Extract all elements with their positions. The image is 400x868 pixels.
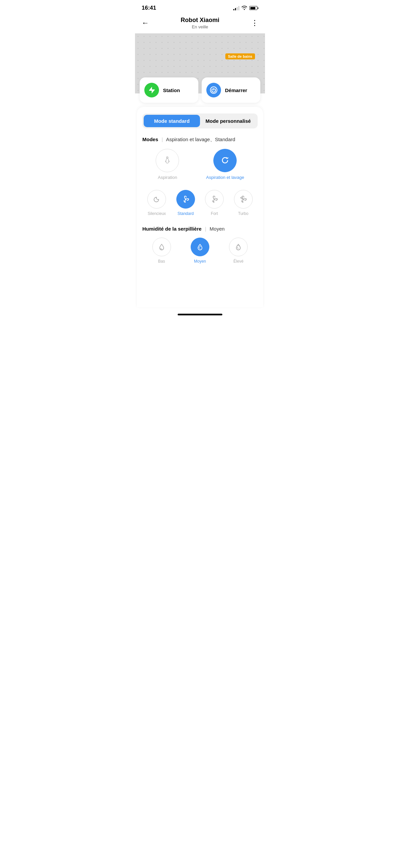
mode-aspiration-lavage[interactable]: Aspiration et lavage	[206, 149, 244, 180]
humidity-eleve[interactable]: Élevé	[229, 238, 248, 264]
humidity-bas-circle	[152, 238, 171, 256]
svg-point-5	[199, 246, 200, 247]
quick-cards: Station Démarrer	[135, 73, 265, 107]
status-bar: 16:41	[135, 0, 265, 14]
back-button[interactable]: ←	[140, 18, 150, 29]
humidity-eleve-circle	[229, 238, 248, 256]
svg-point-2	[185, 198, 186, 200]
power-options: Silencieux Standard	[142, 190, 258, 216]
station-icon	[144, 83, 159, 97]
power-turbo[interactable]: Turbo	[234, 190, 253, 216]
svg-point-3	[214, 198, 215, 200]
station-label: Station	[163, 87, 180, 93]
mode-aspiration-label: Aspiration	[158, 175, 177, 180]
humidity-eleve-label: Élevé	[233, 259, 243, 264]
wifi-icon	[241, 5, 247, 11]
humidity-bas[interactable]: Bas	[152, 238, 171, 264]
tab-switcher: Mode standard Mode personnalisé	[142, 114, 258, 128]
mode-aspiration-lavage-label: Aspiration et lavage	[206, 175, 244, 180]
power-standard[interactable]: Standard	[176, 190, 195, 216]
mode-aspiration-lavage-circle	[213, 149, 237, 172]
clean-modes: Aspiration Aspiration et lavage	[142, 149, 258, 180]
mode-aspiration[interactable]: Aspiration	[156, 149, 179, 180]
menu-button[interactable]: ⋮	[250, 18, 260, 29]
power-turbo-label: Turbo	[238, 211, 248, 216]
mode-panel: Mode standard Mode personnalisé Modes | …	[137, 107, 263, 307]
humidity-moyen-circle	[191, 238, 209, 256]
svg-point-4	[243, 198, 244, 200]
battery-icon	[249, 6, 258, 10]
device-status: En veille	[181, 24, 219, 29]
start-icon	[206, 83, 221, 97]
status-time: 16:41	[142, 5, 156, 11]
modes-section-label: Modes | Aspiration et lavage、Standard	[142, 136, 258, 143]
power-silencieux-label: Silencieux	[148, 211, 166, 216]
power-fort-circle	[205, 190, 224, 209]
power-turbo-circle	[234, 190, 253, 209]
signal-icon	[233, 6, 239, 10]
humidity-options: Bas Moyen Élevé	[142, 238, 258, 264]
start-card[interactable]: Démarrer	[202, 78, 260, 103]
power-standard-circle	[176, 190, 195, 209]
start-label: Démarrer	[225, 87, 247, 93]
page-title: Robot Xiaomi	[181, 17, 219, 24]
humidity-moyen-label: Moyen	[194, 259, 206, 264]
power-silencieux[interactable]: Silencieux	[147, 190, 166, 216]
power-silencieux-circle	[147, 190, 166, 209]
tab-standard[interactable]: Mode standard	[144, 115, 200, 127]
status-icons	[233, 5, 258, 11]
tab-custom[interactable]: Mode personnalisé	[200, 115, 256, 127]
humidity-moyen[interactable]: Moyen	[191, 238, 209, 264]
power-fort-label: Fort	[211, 211, 218, 216]
home-indicator	[178, 314, 222, 315]
power-fort[interactable]: Fort	[205, 190, 224, 216]
humidity-section-label: Humidité de la serpillière | Moyen	[142, 226, 258, 231]
room-label: Salle de bains	[225, 53, 255, 59]
app-header: ← Robot Xiaomi En veille ⋮	[135, 14, 265, 33]
station-card[interactable]: Station	[140, 78, 198, 103]
mode-aspiration-circle	[156, 149, 179, 172]
power-standard-label: Standard	[177, 211, 194, 216]
humidity-bas-label: Bas	[158, 259, 165, 264]
